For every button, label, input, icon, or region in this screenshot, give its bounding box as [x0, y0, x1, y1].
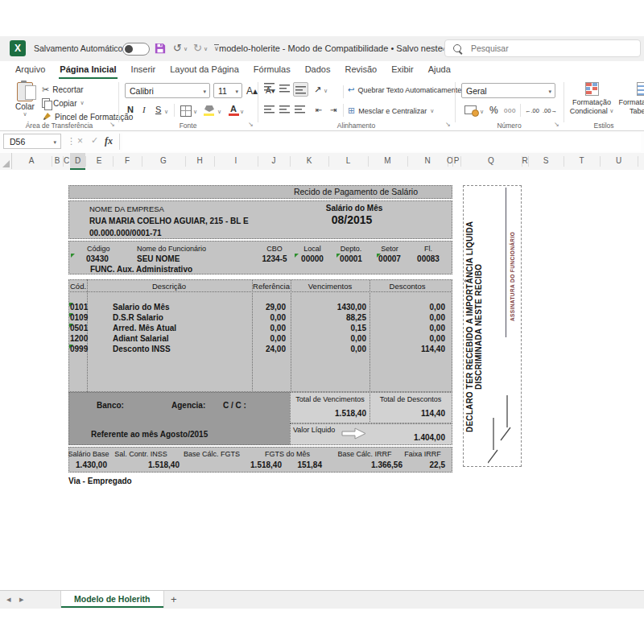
- decrease-indent-button[interactable]: ⇤: [316, 105, 322, 114]
- merge-dropdown-icon[interactable]: ∨: [430, 108, 434, 114]
- total-venc-value[interactable]: 1.518,40: [295, 409, 366, 418]
- item-ref[interactable]: 24,00: [242, 345, 286, 353]
- borders-dropdown-icon[interactable]: ∨: [193, 109, 197, 115]
- item-venc[interactable]: 1430,00: [294, 303, 366, 312]
- insert-function-button[interactable]: fx: [105, 135, 113, 147]
- undo-dropdown-icon[interactable]: ∨: [184, 46, 188, 52]
- increase-font-button[interactable]: A▴: [246, 85, 258, 97]
- increase-indent-button[interactable]: ⇥: [330, 105, 336, 114]
- employee-header-local[interactable]: Local: [303, 245, 321, 253]
- format-as-table-button[interactable]: Formatar como Tabela ∨: [618, 82, 644, 116]
- column-header-P[interactable]: P: [454, 156, 460, 165]
- employee-header-depto[interactable]: Depto.: [341, 245, 362, 253]
- name-box-dropdown-icon[interactable]: ▾: [53, 134, 56, 150]
- column-header-R[interactable]: R: [522, 156, 527, 165]
- conditional-dropdown-icon[interactable]: ∨: [609, 108, 613, 114]
- item-ref[interactable]: 0,00: [242, 334, 286, 343]
- ribbon-tab-dados[interactable]: Dados: [298, 61, 338, 79]
- alignment-dialog-launcher[interactable]: ↘: [445, 121, 451, 128]
- name-box[interactable]: D56 ▾: [3, 134, 61, 149]
- agency-label[interactable]: Agencia:: [171, 401, 205, 410]
- column-header-K[interactable]: K: [307, 156, 312, 165]
- item-ref[interactable]: 29,00: [242, 303, 286, 312]
- employee-setor[interactable]: 00007: [378, 254, 401, 263]
- month-label[interactable]: Salário do Mês: [326, 204, 383, 213]
- column-header-L[interactable]: L: [346, 156, 351, 165]
- ribbon-tab-ajuda[interactable]: Ajuda: [421, 61, 458, 79]
- summary-label[interactable]: Faixa IRRF: [404, 450, 441, 458]
- percent-style-button[interactable]: %: [489, 105, 498, 116]
- via-label[interactable]: Via - Empregado: [68, 477, 132, 485]
- ribbon-tab-arquivo[interactable]: Arquivo: [8, 61, 52, 79]
- cancel-entry-button[interactable]: ×: [77, 135, 83, 147]
- italic-button[interactable]: I: [142, 105, 146, 114]
- column-header-S[interactable]: S: [543, 156, 549, 165]
- valor-liquido-value[interactable]: 1.404,00: [377, 433, 445, 442]
- wrap-text-button[interactable]: ↩ Quebrar Texto Automaticamente: [348, 85, 461, 94]
- increase-decimal-button[interactable]: ←.00: [525, 107, 539, 114]
- redo-dropdown-icon[interactable]: ∨: [204, 46, 208, 52]
- bold-button[interactable]: N: [127, 105, 134, 114]
- new-sheet-button[interactable]: +: [171, 593, 177, 605]
- item-venc[interactable]: 0,00: [294, 345, 366, 353]
- items-header-cod[interactable]: Cód.: [70, 282, 86, 291]
- font-family-select[interactable]: Calibri ▾: [125, 83, 210, 98]
- items-header-vencimentos[interactable]: Vencimentos: [308, 282, 352, 291]
- clipboard-dialog-launcher[interactable]: ↘: [109, 121, 115, 128]
- font-family-dropdown-icon[interactable]: ▾: [203, 84, 206, 99]
- column-header-M[interactable]: M: [384, 156, 390, 165]
- orientation-button[interactable]: ↗: [314, 85, 321, 95]
- decrease-decimal-button[interactable]: .00→: [543, 107, 557, 114]
- column-header-N[interactable]: N: [424, 156, 430, 165]
- company-name[interactable]: NOME DA EMPRESA: [89, 204, 164, 213]
- font-size-select[interactable]: 11 ▾: [213, 83, 242, 98]
- comma-style-button[interactable]: 000: [504, 107, 516, 114]
- total-venc-label[interactable]: Total de Vencimentos: [295, 395, 365, 403]
- column-header-H[interactable]: H: [196, 156, 202, 165]
- align-center-button[interactable]: [278, 103, 291, 116]
- summary-label[interactable]: Salário Base: [68, 450, 109, 458]
- employee-local[interactable]: 00000: [301, 254, 324, 263]
- summary-label[interactable]: Base Cálc. FGTS: [184, 450, 240, 458]
- font-size-dropdown-icon[interactable]: ▾: [235, 84, 238, 99]
- column-header-E[interactable]: E: [97, 156, 102, 165]
- valor-liquido-label[interactable]: Valor Líquido: [293, 426, 335, 434]
- underline-dropdown-icon[interactable]: ∨: [164, 109, 168, 115]
- align-top-button[interactable]: [262, 82, 276, 95]
- column-header-I[interactable]: I: [235, 156, 237, 165]
- item-venc[interactable]: 88,25: [294, 313, 366, 322]
- paste-button[interactable]: Colar ∨: [10, 82, 40, 118]
- sheet-tab-active[interactable]: Modelo de Holerith: [60, 591, 164, 608]
- search-box[interactable]: [444, 39, 641, 57]
- payslip-title[interactable]: Recido de Pagamento de Salário: [294, 187, 418, 196]
- column-header-U[interactable]: U: [616, 156, 621, 165]
- summary-label[interactable]: FGTS do Mês: [265, 450, 310, 458]
- summary-value[interactable]: 22,5: [377, 460, 445, 469]
- paste-dropdown-icon[interactable]: ∨: [10, 111, 40, 118]
- account-label[interactable]: C / C :: [223, 401, 246, 410]
- ribbon-tab-inserir[interactable]: Inserir: [124, 61, 163, 79]
- item-desconto[interactable]: 0,00: [372, 303, 445, 312]
- orientation-dropdown-icon[interactable]: ∨: [324, 88, 328, 94]
- employee-cbo[interactable]: 1234-5: [262, 254, 287, 263]
- column-header-A[interactable]: A: [29, 156, 35, 165]
- summary-value[interactable]: 151,84: [254, 460, 322, 469]
- align-left-button[interactable]: [262, 103, 276, 116]
- font-color-button[interactable]: A: [230, 104, 237, 114]
- item-desconto[interactable]: 0,00: [372, 324, 445, 332]
- search-input[interactable]: [469, 43, 609, 54]
- employee-header-codigo[interactable]: Código: [87, 245, 110, 253]
- column-header-B[interactable]: B: [55, 156, 60, 165]
- bank-label[interactable]: Banco:: [97, 401, 124, 410]
- tab-scroll-left-icon[interactable]: ◂: [6, 594, 11, 605]
- align-right-button[interactable]: [293, 103, 307, 116]
- column-header-Q[interactable]: Q: [488, 156, 494, 165]
- declaration-text[interactable]: DECLARO TER RECEBIDO A IMPORTÂNCIA LIQUI…: [465, 191, 483, 463]
- month-value[interactable]: 08/2015: [332, 213, 373, 226]
- item-desc[interactable]: Salario do Mês: [113, 303, 170, 312]
- merge-center-button[interactable]: ⊞ Mesclar e Centralizar ∨: [348, 105, 434, 116]
- employee-role[interactable]: FUNC. Aux. Administrativo: [90, 265, 192, 274]
- ribbon-tab-fórmulas[interactable]: Fórmulas: [246, 61, 298, 79]
- undo-button[interactable]: ↺: [173, 42, 182, 54]
- select-all-corner[interactable]: [0, 153, 12, 169]
